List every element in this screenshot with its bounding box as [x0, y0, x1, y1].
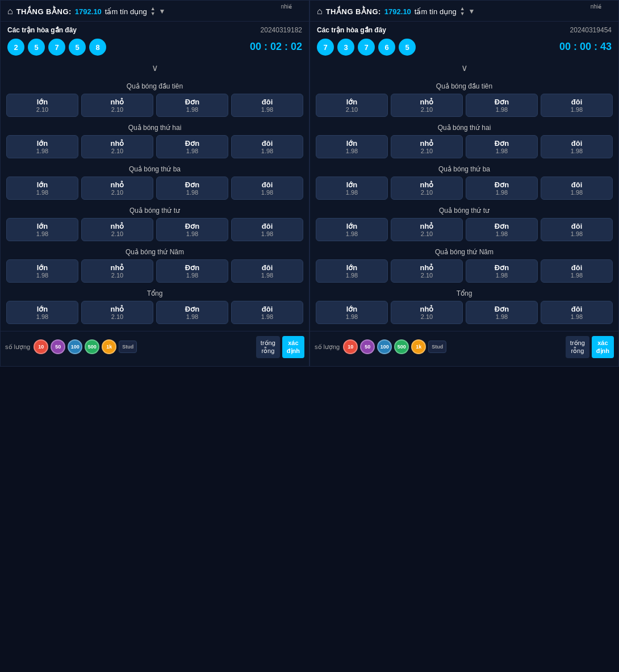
bet-odds: 1.98 — [346, 148, 358, 154]
sort-arrows[interactable]: ▲▼ — [460, 6, 465, 16]
bet-name: lớn — [37, 305, 48, 313]
ball-4: 5 — [399, 39, 416, 56]
bet-odds: 1.98 — [36, 272, 48, 279]
expand-chevron[interactable]: ∨ — [1, 60, 309, 78]
bet-btn-2-1[interactable]: nhỏ2.10 — [81, 177, 153, 200]
bet-btn-3-2[interactable]: Đơn1.98 — [156, 218, 228, 241]
bet-btn-4-0[interactable]: lớn1.98 — [316, 259, 388, 283]
chip-500[interactable]: 500 — [394, 339, 409, 354]
bet-btn-0-0[interactable]: lớn2.10 — [6, 94, 78, 117]
bet-btn-2-0[interactable]: lớn1.98 — [316, 177, 388, 200]
bet-odds: 1.98 — [346, 230, 358, 237]
bet-btn-1-3[interactable]: đôi1.98 — [231, 135, 303, 158]
bet-name: Đơn — [495, 180, 509, 189]
sort-arrows[interactable]: ▲▼ — [150, 6, 156, 16]
bet-grid-0: lớn2.10nhỏ2.10Đơn1.98đôi1.98 — [310, 94, 618, 119]
bet-btn-1-3[interactable]: đôi1.98 — [541, 135, 613, 158]
bet-odds: 1.98 — [496, 272, 508, 279]
bet-btn-3-0[interactable]: lớn1.98 — [316, 218, 388, 241]
bet-btn-1-1[interactable]: nhỏ2.10 — [81, 135, 153, 158]
chevron-down-icon[interactable]: ▼ — [159, 7, 166, 15]
bet-btn-0-2[interactable]: Đơn1.98 — [156, 94, 228, 117]
bet-btn-1-2[interactable]: Đơn1.98 — [156, 135, 228, 158]
chip-1k[interactable]: 1k — [102, 339, 116, 354]
bet-btn-4-1[interactable]: nhỏ2.10 — [81, 259, 153, 283]
bet-btn-4-1[interactable]: nhỏ2.10 — [391, 259, 463, 283]
bet-btn-1-2[interactable]: Đơn1.98 — [466, 135, 538, 158]
bet-btn-2-3[interactable]: đôi1.98 — [231, 177, 303, 200]
bet-btn-5-1[interactable]: nhỏ2.10 — [391, 301, 463, 324]
trong-rong-button[interactable]: trốngrỗng — [256, 336, 280, 358]
bet-btn-4-3[interactable]: đôi1.98 — [541, 259, 613, 283]
bet-btn-5-2[interactable]: Đơn1.98 — [156, 301, 228, 324]
bet-btn-3-3[interactable]: đôi1.98 — [541, 218, 613, 241]
chip-stud[interactable]: Stud — [428, 341, 446, 353]
chip-1k[interactable]: 1k — [411, 339, 426, 354]
xac-dinh-button[interactable]: xácđịnh — [592, 336, 614, 358]
bet-btn-1-0[interactable]: lớn1.98 — [6, 135, 78, 158]
bet-btn-5-3[interactable]: đôi1.98 — [231, 301, 303, 324]
bet-btn-0-3[interactable]: đôi1.98 — [541, 94, 613, 117]
chip-10[interactable]: 10 — [343, 339, 358, 354]
chip-100[interactable]: 100 — [377, 339, 392, 354]
bet-btn-2-0[interactable]: lớn1.98 — [6, 177, 78, 200]
panel-header: nhiề⌂THẮNG BẰNG:1792.10tấm tín dụng▲▼▼ — [1, 1, 309, 22]
bet-odds: 1.98 — [346, 272, 358, 279]
bet-name: lớn — [346, 139, 358, 148]
expand-chevron[interactable]: ∨ — [310, 60, 618, 78]
bet-name: Đơn — [185, 180, 199, 189]
bet-btn-5-0[interactable]: lớn1.98 — [6, 301, 78, 324]
bet-btn-2-1[interactable]: nhỏ2.10 — [391, 177, 463, 200]
bet-btn-0-1[interactable]: nhỏ2.10 — [391, 94, 463, 117]
bet-name: Đơn — [185, 139, 199, 148]
bet-btn-5-3[interactable]: đôi1.98 — [541, 301, 613, 324]
bet-btn-3-2[interactable]: Đơn1.98 — [466, 218, 538, 241]
bet-name: Đơn — [185, 305, 199, 313]
bet-name: đôi — [262, 98, 273, 106]
bet-btn-4-0[interactable]: lớn1.98 — [6, 259, 78, 283]
chip-100[interactable]: 100 — [68, 339, 82, 354]
bet-name: lớn — [37, 222, 48, 230]
bet-grid-3: lớn1.98nhỏ2.10Đơn1.98đôi1.98 — [310, 218, 618, 243]
bet-odds: 2.10 — [111, 189, 123, 196]
bet-btn-3-1[interactable]: nhỏ2.10 — [391, 218, 463, 241]
bet-btn-5-2[interactable]: Đơn1.98 — [466, 301, 538, 324]
bet-btn-0-2[interactable]: Đơn1.98 — [466, 94, 538, 117]
chip-50[interactable]: 50 — [51, 339, 65, 354]
bet-btn-2-2[interactable]: Đơn1.98 — [466, 177, 538, 200]
bet-btn-5-0[interactable]: lớn1.98 — [316, 301, 388, 324]
bet-btn-4-2[interactable]: Đơn1.98 — [466, 259, 538, 283]
chip-50[interactable]: 50 — [360, 339, 375, 354]
nhieu-label: nhiề — [281, 3, 292, 10]
home-icon[interactable]: ⌂ — [7, 6, 13, 16]
bet-grid-5: lớn1.98nhỏ2.10Đơn1.98đôi1.98 — [1, 301, 309, 326]
xac-dinh-button[interactable]: xácđịnh — [282, 336, 304, 358]
bet-btn-3-3[interactable]: đôi1.98 — [231, 218, 303, 241]
bet-btn-4-2[interactable]: Đơn1.98 — [156, 259, 228, 283]
trong-rong-button[interactable]: trốngrỗng — [566, 336, 589, 358]
bet-name: đôi — [262, 263, 273, 272]
bet-odds: 1.98 — [571, 272, 583, 279]
section-label-0: Quả bóng đầu tiên — [310, 78, 618, 94]
so-luong-label: số lượng — [5, 343, 30, 351]
home-icon[interactable]: ⌂ — [317, 6, 323, 16]
chevron-down-icon[interactable]: ▼ — [469, 7, 475, 15]
bet-btn-3-1[interactable]: nhỏ2.10 — [81, 218, 153, 241]
bet-btn-2-2[interactable]: Đơn1.98 — [156, 177, 228, 200]
bet-btn-1-1[interactable]: nhỏ2.10 — [391, 135, 463, 158]
bet-btn-0-0[interactable]: lớn2.10 — [316, 94, 388, 117]
bet-btn-0-1[interactable]: nhỏ2.10 — [81, 94, 153, 117]
bet-name: Đơn — [495, 98, 509, 106]
bet-btn-2-3[interactable]: đôi1.98 — [541, 177, 613, 200]
bet-btn-0-3[interactable]: đôi1.98 — [231, 94, 303, 117]
bet-btn-4-3[interactable]: đôi1.98 — [231, 259, 303, 283]
bet-btn-3-0[interactable]: lớn1.98 — [6, 218, 78, 241]
bet-btn-5-1[interactable]: nhỏ2.10 — [81, 301, 153, 324]
countdown-timer: 00 : 02 : 02 — [250, 41, 309, 53]
chip-10[interactable]: 10 — [34, 339, 48, 354]
chip-500[interactable]: 500 — [85, 339, 99, 354]
chip-stud[interactable]: Stud — [119, 341, 137, 353]
header-label: tấm tín dụng — [105, 7, 147, 16]
ball-0: 2 — [7, 39, 24, 56]
bet-btn-1-0[interactable]: lớn1.98 — [316, 135, 388, 158]
